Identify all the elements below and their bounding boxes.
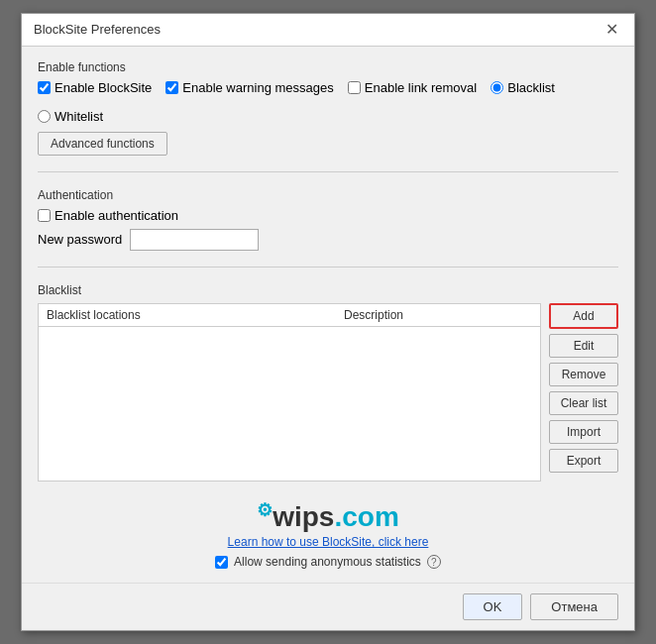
enable-auth-text: Enable authentication [55, 208, 178, 223]
dialog-title: BlockSite Preferences [34, 22, 161, 37]
ok-button[interactable]: OK [463, 593, 523, 620]
remove-button[interactable]: Remove [549, 363, 618, 386]
enable-auth-checkbox[interactable] [38, 209, 51, 222]
brand-wips: wips [273, 501, 334, 532]
enable-blocksite-checkbox-label[interactable]: Enable BlockSite [38, 80, 152, 95]
blacklist-section: Blacklist Blacklist locations Descriptio… [38, 283, 618, 482]
blacklist-table: Blacklist locations Description [39, 304, 540, 327]
enable-warning-checkbox[interactable] [165, 81, 178, 94]
dialog-body: Enable functions Enable BlockSite Enable… [22, 47, 634, 583]
brand-dotcom: .com [334, 501, 398, 532]
advanced-functions-button[interactable]: Advanced functions [38, 132, 167, 156]
brand-link[interactable]: Learn how to use BlockSite, click here [38, 535, 618, 549]
enable-blocksite-text: Enable BlockSite [55, 80, 152, 95]
enable-link-removal-checkbox-label[interactable]: Enable link removal [348, 80, 477, 95]
clear-list-button[interactable]: Clear list [549, 391, 618, 415]
whitelist-radio-label[interactable]: Whitelist [38, 109, 103, 124]
divider-2 [38, 267, 618, 268]
brand-section: ⚙wips.com Learn how to use BlockSite, cl… [38, 499, 618, 569]
import-button[interactable]: Import [549, 420, 618, 444]
authentication-section: Authentication Enable authentication New… [38, 188, 618, 251]
blocksite-preferences-dialog: BlockSite Preferences ✕ Enable functions… [21, 13, 635, 631]
help-icon[interactable]: ? [427, 555, 441, 569]
blacklist-radio-text: Blacklist [507, 80, 555, 95]
enable-warning-text: Enable warning messages [182, 80, 333, 95]
close-button[interactable]: ✕ [601, 22, 622, 38]
blacklist-radio[interactable] [491, 81, 503, 94]
divider-1 [38, 171, 618, 172]
add-button[interactable]: Add [549, 303, 618, 329]
col-locations: Blacklist locations [39, 304, 336, 327]
enable-blocksite-checkbox[interactable] [38, 81, 51, 94]
brand-logo: ⚙wips.com [38, 499, 618, 533]
enable-functions-label: Enable functions [38, 60, 618, 74]
enable-auth-checkbox-label[interactable]: Enable authentication [38, 208, 618, 223]
whitelist-radio[interactable] [38, 110, 51, 123]
gear-icon: ⚙ [257, 500, 273, 520]
dialog-footer: OK Отмена [22, 583, 634, 630]
enable-link-removal-text: Enable link removal [365, 80, 477, 95]
blacklist-buttons: Add Edit Remove Clear list Import Export [549, 303, 618, 482]
anon-row: Allow sending anonymous statistics ? [38, 555, 618, 569]
blacklist-table-wrapper: Blacklist locations Description [38, 303, 541, 482]
export-button[interactable]: Export [549, 449, 618, 473]
enable-functions-row: Enable BlockSite Enable warning messages… [38, 80, 618, 124]
col-description: Description [336, 304, 540, 327]
anon-stats-checkbox[interactable] [215, 556, 228, 569]
blacklist-section-label: Blacklist [38, 283, 618, 297]
enable-functions-section: Enable functions Enable BlockSite Enable… [38, 60, 618, 156]
password-input[interactable] [130, 229, 259, 251]
edit-button[interactable]: Edit [549, 334, 618, 358]
blacklist-container: Blacklist locations Description Add Edit… [38, 303, 618, 482]
anon-stats-label: Allow sending anonymous statistics [234, 555, 421, 569]
enable-link-removal-checkbox[interactable] [348, 81, 361, 94]
new-password-label: New password [38, 232, 122, 247]
blacklist-radio-label[interactable]: Blacklist [491, 80, 555, 95]
whitelist-radio-text: Whitelist [55, 109, 103, 124]
cancel-button[interactable]: Отмена [530, 593, 618, 620]
authentication-label: Authentication [38, 188, 618, 202]
new-password-row: New password [38, 229, 618, 251]
enable-warning-checkbox-label[interactable]: Enable warning messages [165, 80, 333, 95]
title-bar: BlockSite Preferences ✕ [22, 14, 634, 47]
